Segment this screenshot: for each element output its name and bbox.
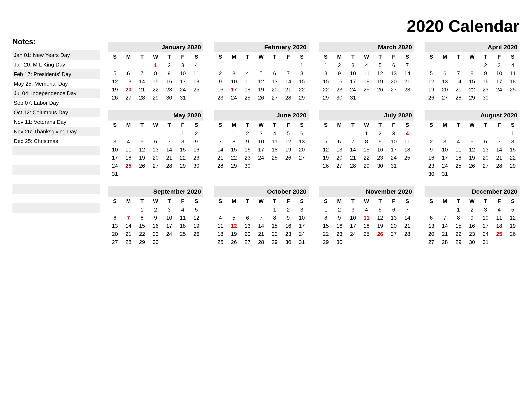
week-row: 6789101112 — [108, 214, 203, 222]
dow-cell: T — [135, 52, 149, 61]
month-header: October 2020 — [214, 186, 309, 197]
dow-cell: W — [254, 52, 268, 61]
dow-cell: F — [492, 52, 506, 61]
month: May 2020SMTWTFS1234567891011121314151617… — [108, 110, 203, 178]
day-cell: 3 — [254, 129, 268, 138]
day-cell — [281, 162, 295, 170]
day-cell: 18 — [492, 222, 506, 230]
day-cell: 28 — [346, 162, 360, 170]
day-cell: 31 — [176, 94, 190, 102]
week-row: 567891011 — [425, 69, 520, 77]
day-cell: 7 — [452, 69, 465, 77]
day-cell: 4 — [452, 138, 465, 146]
day-cell — [176, 238, 190, 246]
day-cell: 22 — [149, 86, 162, 94]
day-cell — [227, 61, 241, 69]
day-cell: 28 — [452, 94, 465, 102]
day-cell: 11 — [268, 138, 281, 146]
day-cell — [452, 170, 465, 178]
day-cell: 4 — [241, 69, 254, 77]
day-cell: 1 — [149, 61, 162, 69]
day-cell: 25 — [214, 238, 227, 246]
day-cell: 29 — [319, 238, 332, 246]
day-cell: 25 — [492, 230, 506, 238]
day-cell: 29 — [506, 162, 520, 170]
day-cell: 14 — [254, 222, 268, 230]
day-cell: 18 — [452, 154, 465, 162]
week-row: 25262728293031 — [214, 238, 309, 246]
day-cell: 6 — [425, 214, 438, 222]
day-cell: 24 — [492, 86, 506, 94]
week-row: 1234 — [108, 61, 203, 69]
day-cell: 14 — [346, 146, 360, 154]
notes-heading: Notes: — [12, 38, 100, 46]
day-cell: 1 — [360, 129, 373, 138]
day-cell: 28 — [254, 238, 268, 246]
day-cell: 7 — [122, 214, 135, 222]
day-cell — [214, 206, 227, 214]
day-cell: 24 — [438, 162, 452, 170]
dow-row: SMTWTFS — [214, 197, 309, 206]
day-cell — [506, 170, 520, 178]
day-cell: 16 — [373, 146, 387, 154]
day-cell: 17 — [108, 154, 122, 162]
day-cell: 27 — [268, 94, 281, 102]
day-cell: 25 — [506, 86, 520, 94]
day-cell: 10 — [438, 146, 452, 154]
day-cell: 31 — [387, 162, 400, 170]
dow-cell: T — [373, 121, 387, 129]
day-cell: 15 — [465, 77, 479, 86]
dow-cell: S — [295, 197, 309, 206]
day-cell: 1 — [319, 61, 332, 69]
day-cell: 23 — [162, 86, 176, 94]
day-cell: 7 — [400, 206, 414, 214]
note-row — [12, 203, 100, 213]
day-cell: 5 — [108, 69, 122, 77]
day-cell: 26 — [108, 94, 122, 102]
dow-cell: M — [227, 52, 241, 61]
day-cell: 18 — [176, 222, 190, 230]
dow-cell: F — [387, 197, 400, 206]
day-cell: 6 — [122, 69, 135, 77]
day-cell — [438, 206, 452, 214]
day-cell: 23 — [479, 86, 492, 94]
dow-cell: F — [176, 52, 190, 61]
calendar-main: 2020 Calendar January 2020SMTWTFS1234567… — [108, 17, 520, 246]
day-cell: 15 — [268, 222, 281, 230]
day-cell: 15 — [506, 146, 520, 154]
day-cell: 3 — [346, 61, 360, 69]
day-cell: 28 — [135, 94, 149, 102]
day-cell: 1 — [465, 61, 479, 69]
day-cell: 25 — [400, 154, 414, 162]
dow-cell: T — [479, 197, 492, 206]
day-cell: 23 — [149, 230, 162, 238]
dow-cell: S — [425, 52, 438, 61]
day-cell: 17 — [162, 222, 176, 230]
day-cell — [373, 238, 387, 246]
week-row: 891011121314 — [319, 214, 414, 222]
day-cell: 10 — [479, 214, 492, 222]
day-cell: 8 — [360, 138, 373, 146]
week-row: 21222324252627 — [214, 154, 309, 162]
note-row — [12, 146, 100, 155]
week-row: 3031 — [425, 170, 520, 178]
day-cell: 7 — [492, 138, 506, 146]
day-cell: 26 — [373, 230, 387, 238]
dow-cell: S — [506, 52, 520, 61]
dow-cell: S — [108, 197, 122, 206]
note-row: May 25: Memorial Day — [12, 79, 100, 88]
day-cell — [190, 238, 203, 246]
dow-cell: S — [295, 121, 309, 129]
dow-cell: T — [241, 121, 254, 129]
day-cell — [135, 170, 149, 178]
day-cell: 13 — [387, 69, 400, 77]
day-cell: 2 — [465, 206, 479, 214]
week-row: 16171819202122 — [425, 154, 520, 162]
dow-cell: T — [373, 52, 387, 61]
day-cell: 24 — [176, 86, 190, 94]
day-cell: 23 — [281, 230, 295, 238]
day-cell: 3 — [387, 129, 400, 138]
day-cell: 26 — [319, 162, 332, 170]
day-cell: 20 — [479, 154, 492, 162]
day-cell — [465, 129, 479, 138]
